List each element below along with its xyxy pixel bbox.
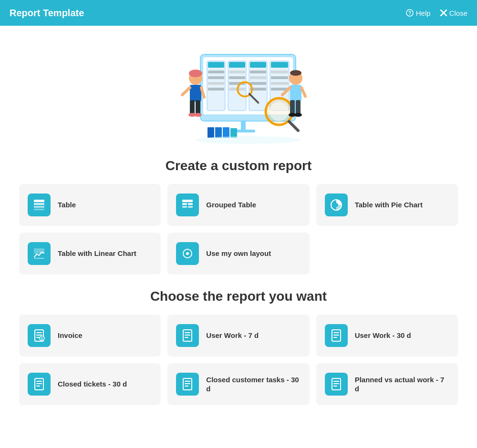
app-title: Report Template [10, 8, 84, 19]
svg-rect-92 [36, 386, 40, 387]
svg-rect-14 [250, 62, 266, 68]
svg-rect-30 [271, 82, 288, 85]
svg-rect-12 [208, 62, 224, 68]
svg-rect-13 [229, 62, 245, 68]
svg-rect-96 [185, 386, 188, 387]
svg-rect-91 [36, 383, 42, 384]
report-closed-customer-tasks-label: Closed customer tasks - 30 d [206, 375, 301, 394]
template-card-linear-chart[interactable]: Table with Linear Chart [19, 233, 161, 275]
report-user-work-30d-label: User Work - 30 d [355, 331, 411, 340]
hero-illustration [157, 40, 320, 145]
closed-tickets-icon [28, 373, 51, 396]
report-card-planned-vs-actual[interactable]: Planned vs actual work - 7 d [316, 363, 458, 405]
svg-rect-53 [290, 85, 301, 102]
svg-text:?: ? [408, 10, 411, 16]
user-work-7d-icon [176, 324, 199, 347]
svg-rect-40 [230, 128, 237, 138]
template-pie-chart-label: Table with Pie Chart [355, 200, 423, 210]
svg-rect-66 [188, 203, 193, 205]
main-content: Create a custom report Table [0, 26, 477, 448]
help-icon: ? [406, 9, 414, 17]
svg-rect-19 [208, 88, 224, 91]
report-card-invoice[interactable]: $ Invoice [19, 315, 161, 356]
svg-rect-28 [271, 71, 288, 73]
template-card-own-layout[interactable]: Use my own layout [167, 233, 309, 275]
svg-rect-16 [208, 71, 224, 73]
create-section: Create a custom report Table [0, 158, 477, 275]
report-closed-tickets-label: Closed tickets - 30 d [58, 379, 127, 389]
svg-rect-17 [208, 76, 224, 79]
svg-rect-18 [208, 82, 224, 85]
svg-rect-87 [333, 335, 339, 336]
template-card-grouped-table[interactable]: Grouped Table [167, 184, 309, 226]
svg-rect-20 [229, 71, 245, 73]
svg-rect-26 [250, 82, 266, 85]
table-icon [28, 193, 51, 216]
svg-rect-39 [223, 127, 229, 138]
svg-rect-72 [34, 258, 44, 259]
choose-section-title: Choose the report you want [0, 289, 477, 304]
svg-rect-9 [228, 61, 246, 111]
app-header: Report Template ? Help Close [0, 0, 477, 26]
template-table-label: Table [58, 200, 76, 210]
template-own-layout-label: Use my own layout [206, 249, 271, 258]
svg-point-74 [186, 252, 189, 255]
invoice-icon: $ [28, 324, 51, 347]
svg-point-52 [290, 70, 301, 76]
report-card-user-work-30d[interactable]: User Work - 30 d [316, 315, 458, 356]
svg-point-35 [270, 102, 289, 121]
template-grouped-table-label: Grouped Table [206, 200, 256, 210]
linear-chart-icon [28, 242, 51, 265]
report-card-user-work-7d[interactable]: User Work - 7 d [167, 315, 309, 356]
svg-rect-54 [290, 100, 295, 114]
svg-rect-65 [182, 203, 187, 205]
svg-text:$: $ [41, 337, 43, 341]
svg-rect-64 [182, 200, 193, 202]
svg-point-48 [194, 113, 202, 117]
user-work-30d-icon [325, 324, 348, 347]
svg-rect-37 [207, 127, 214, 138]
svg-rect-21 [229, 76, 245, 79]
svg-rect-95 [185, 383, 190, 384]
svg-rect-84 [185, 337, 188, 338]
template-card-pie-chart[interactable]: Table with Pie Chart [316, 184, 458, 226]
svg-rect-8 [207, 61, 225, 111]
svg-rect-82 [185, 332, 190, 333]
svg-rect-46 [196, 100, 200, 114]
create-template-grid: Table Grouped Table [0, 184, 477, 275]
template-card-table[interactable]: Table [19, 184, 161, 226]
report-invoice-label: Invoice [58, 331, 83, 340]
svg-rect-76 [36, 332, 42, 333]
svg-rect-100 [333, 386, 337, 387]
closed-customer-tasks-icon [176, 373, 199, 396]
own-layout-icon [176, 242, 199, 265]
svg-rect-98 [333, 381, 339, 382]
svg-rect-25 [250, 76, 266, 79]
choose-report-grid: $ Invoice User Work - 7 d [0, 315, 477, 405]
svg-line-49 [182, 88, 190, 95]
grouped-table-icon [176, 193, 199, 216]
close-icon [440, 10, 447, 16]
svg-rect-45 [190, 100, 195, 114]
svg-rect-38 [215, 127, 222, 138]
help-button[interactable]: ? Help [406, 9, 431, 17]
svg-rect-63 [34, 209, 44, 210]
create-section-title: Create a custom report [0, 158, 477, 173]
header-actions: ? Help Close [406, 9, 467, 17]
svg-rect-67 [182, 206, 187, 208]
svg-rect-6 [241, 121, 246, 131]
svg-rect-77 [36, 335, 42, 336]
report-card-closed-customer-tasks[interactable]: Closed customer tasks - 30 d [167, 363, 309, 405]
close-button[interactable]: Close [440, 9, 467, 17]
svg-rect-60 [34, 200, 44, 202]
svg-point-57 [294, 113, 302, 117]
template-linear-chart-label: Table with Linear Chart [58, 249, 136, 258]
svg-rect-24 [250, 71, 266, 73]
svg-line-59 [301, 88, 305, 96]
svg-rect-94 [185, 381, 190, 382]
hero-illustration-container [0, 26, 477, 150]
report-user-work-7d-label: User Work - 7 d [206, 331, 259, 340]
svg-rect-61 [34, 203, 44, 205]
report-card-closed-tickets[interactable]: Closed tickets - 30 d [19, 363, 161, 405]
svg-rect-86 [333, 332, 339, 333]
